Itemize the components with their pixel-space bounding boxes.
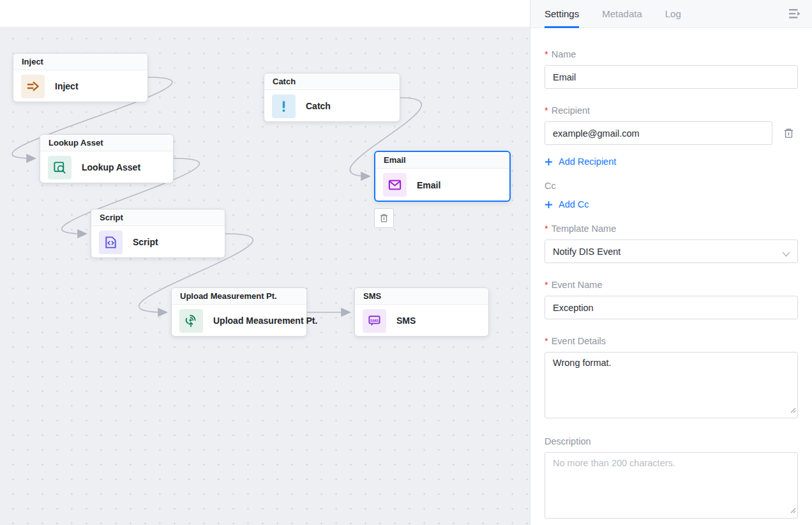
- node-catch[interactable]: Catch Catch: [264, 73, 400, 122]
- required-asterisk: *: [545, 278, 548, 291]
- tab-metadata[interactable]: Metadata: [602, 0, 642, 27]
- exclamation-icon: [272, 95, 296, 118]
- flow-canvas[interactable]: Inject Inject Catch Catch: [0, 0, 530, 525]
- required-asterisk: *: [545, 104, 548, 117]
- tab-settings[interactable]: Settings: [545, 0, 579, 27]
- node-label: Lookup Asset: [82, 162, 140, 172]
- panel-tabbar: Settings Metadata Log: [530, 0, 812, 28]
- name-input[interactable]: [545, 65, 798, 89]
- node-upload-measurement[interactable]: Upload Measurement Pt. Upload Measuremen…: [171, 287, 307, 337]
- asset-search-icon: [48, 156, 71, 179]
- resize-handle-icon[interactable]: [789, 505, 796, 516]
- recipient-input[interactable]: [545, 121, 772, 145]
- node-title: Lookup Asset: [40, 135, 173, 151]
- settings-panel: Settings Metadata Log * Name * Recipient: [530, 0, 812, 525]
- plus-icon: [545, 158, 553, 166]
- node-title: Upload Measurement Pt.: [172, 288, 306, 305]
- trash-icon: [379, 213, 389, 224]
- trash-icon: [783, 127, 795, 139]
- delete-node-button[interactable]: [374, 208, 394, 228]
- template-name-label: * Template Name: [545, 222, 798, 235]
- recipient-label: * Recipient: [545, 104, 798, 117]
- node-sms[interactable]: SMS SMS SMS: [354, 287, 489, 337]
- name-label: * Name: [545, 48, 798, 61]
- node-email[interactable]: Email Email: [374, 151, 511, 202]
- event-details-textarea[interactable]: Wrong format.: [545, 352, 798, 418]
- node-title: Email: [375, 152, 509, 169]
- description-label: Description: [545, 435, 798, 448]
- node-script[interactable]: Script Script: [91, 209, 225, 258]
- event-details-label: * Event Details: [545, 335, 798, 347]
- node-label: SMS: [396, 316, 416, 326]
- node-label: Inject: [55, 81, 79, 91]
- resize-handle-icon[interactable]: [789, 404, 796, 416]
- add-cc-button[interactable]: Add Cc: [545, 199, 589, 209]
- node-lookup-asset[interactable]: Lookup Asset Lookup Asset: [40, 134, 174, 183]
- node-inject[interactable]: Inject Inject: [13, 53, 148, 102]
- settings-form: * Name * Recipient Add: [530, 48, 812, 519]
- plus-icon: [545, 201, 553, 209]
- node-title: Script: [91, 209, 225, 226]
- template-name-select[interactable]: Notify DIS Event: [545, 240, 798, 263]
- node-title: SMS: [355, 288, 488, 305]
- node-title: Inject: [13, 54, 147, 70]
- required-asterisk: *: [545, 335, 548, 347]
- signal-upload-icon: [179, 309, 203, 333]
- sms-bubble-icon: SMS: [363, 309, 386, 333]
- add-recipient-button[interactable]: Add Recipient: [545, 156, 616, 167]
- node-label: Script: [133, 237, 158, 247]
- required-asterisk: *: [545, 48, 548, 61]
- node-title: Catch: [264, 73, 400, 90]
- description-textarea[interactable]: [545, 452, 798, 519]
- tab-log[interactable]: Log: [665, 0, 681, 27]
- cc-label: Cc: [545, 179, 798, 192]
- event-name-label: * Event Name: [545, 278, 798, 291]
- required-asterisk: *: [545, 222, 548, 235]
- svg-text:SMS: SMS: [370, 317, 379, 322]
- collapse-panel-icon[interactable]: [789, 8, 802, 19]
- envelope-icon: [383, 173, 407, 197]
- delete-recipient-button[interactable]: [783, 127, 795, 139]
- node-label: Upload Measurement Pt.: [213, 316, 317, 326]
- code-file-icon: [99, 231, 123, 254]
- chevron-down-icon: [782, 249, 790, 259]
- inject-arrow-icon: [21, 75, 45, 98]
- node-label: Catch: [306, 101, 331, 111]
- event-name-input[interactable]: [545, 296, 798, 319]
- node-label: Email: [417, 180, 440, 190]
